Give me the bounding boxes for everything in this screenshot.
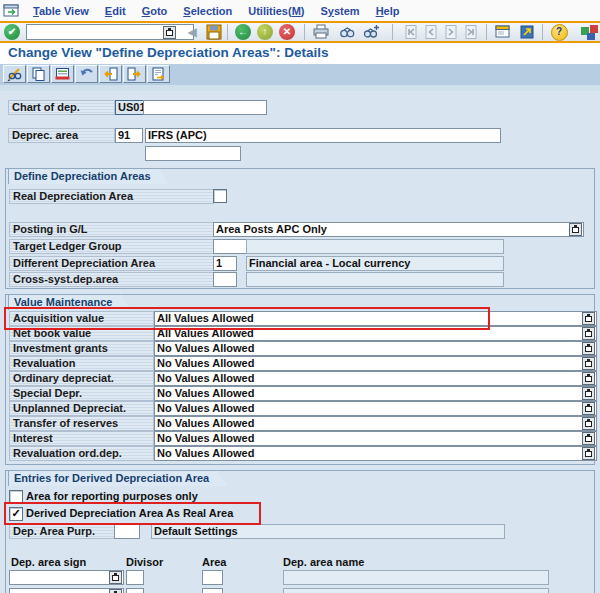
dropdown-icon[interactable] [582,417,595,430]
menu-utilities[interactable]: Utilities(M) [240,5,312,17]
transfer-of-reserves-label: Transfer of reserves [9,416,154,431]
derived-as-real-checkbox[interactable]: ✓ [9,507,23,521]
find-button[interactable] [338,23,356,41]
glasses-pencil-icon [6,66,23,82]
dropdown-icon[interactable] [582,372,595,385]
revaluation-ord-dep-label: Revaluation ord.dep. [9,446,154,461]
chart-of-dep-field[interactable]: US01 [115,100,145,115]
enter-button[interactable]: ✔ [3,23,21,41]
toolbar-separator [486,24,487,40]
dep-area-purp-label: Dep. Area Purp. [9,524,116,539]
target-ledger-group-field[interactable] [213,239,247,254]
divisor-field[interactable] [126,570,144,585]
previous-entry-button[interactable] [99,65,122,83]
dep-area-sign-combo[interactable] [9,588,124,593]
command-field-wrap [26,24,178,40]
binoculars-plus-icon [362,23,380,41]
dep-area-purp-field[interactable] [114,524,140,539]
posting-in-gl-label: Posting in G/L [9,222,214,237]
toolbar-separator [304,24,305,40]
dropdown-icon[interactable] [582,447,595,460]
menu-system[interactable]: System [312,5,367,17]
dropdown-icon[interactable] [582,432,595,445]
acquisition-value-combo[interactable]: All Values Allowed [154,311,597,326]
acquisition-value-label: Acquisition value [9,311,154,326]
column-header-dep-area-name: Dep. area name [283,556,364,568]
create-shortcut-button[interactable] [518,23,536,41]
last-page-button[interactable] [462,23,480,41]
menu-selection[interactable]: Selection [175,5,240,17]
dropdown-icon[interactable] [582,342,595,355]
save-button[interactable] [205,23,223,41]
dropdown-icon[interactable] [109,571,122,584]
real-depreciation-area-label: Real Depreciation Area [9,189,214,204]
next-entry-button[interactable] [123,65,146,83]
toggle-display-change-button[interactable] [3,65,26,83]
cancel-button[interactable]: ✕ [278,23,296,41]
binoculars-icon [338,23,356,41]
posting-in-gl-combo[interactable]: Area Posts APC Only [213,222,584,237]
dep-area-sign-combo[interactable] [9,570,124,585]
other-entry-icon [150,66,167,82]
find-next-button[interactable] [362,23,380,41]
dropdown-icon[interactable] [569,223,582,236]
cross-syst-dep-area-label: Cross-syst.dep.area [9,272,214,287]
dropdown-icon[interactable] [109,589,122,593]
net-book-value-combo[interactable]: All Values Allowed [154,326,597,341]
customize-layout-button[interactable] [580,23,600,41]
application-toolbar [0,64,600,85]
undo-button[interactable] [75,65,98,83]
dropdown-icon[interactable] [582,327,595,340]
enter-key-button[interactable]: ◀ [183,23,201,41]
new-session-button[interactable] [494,23,512,41]
investment-grants-combo[interactable]: No Values Allowed [154,341,597,356]
command-dropdown-icon[interactable] [163,26,176,39]
derived-depreciation-area-group: Entries for Derived Depreciation Area Ar… [5,470,595,593]
unplanned-depreciat-combo[interactable]: No Values Allowed [154,401,597,416]
exit-button[interactable]: ↑ [256,23,274,41]
menu-goto[interactable]: Goto [134,5,176,17]
area-field[interactable] [202,570,223,585]
revaluation-ord-dep-combo[interactable]: No Values Allowed [154,446,597,461]
area-field[interactable] [202,588,223,593]
revaluation-label: Revaluation [9,356,154,371]
other-entry-button[interactable] [147,65,170,83]
menu-table-view[interactable]: Table View [25,5,97,17]
deprec-area-extra-field[interactable] [145,146,241,161]
cross-syst-dep-area-field[interactable] [213,272,237,287]
help-question-icon: ? [551,24,568,41]
different-depreciation-area-field[interactable]: 1 [213,256,237,271]
copy-pages-icon [30,66,47,82]
chart-of-dep-description-field[interactable] [143,100,267,115]
menu-help[interactable]: Help [368,5,408,17]
dropdown-icon[interactable] [582,357,595,370]
delete-entry-button[interactable] [51,65,74,83]
standard-toolbar: ✔ ◀ ← ↑ ✕ [0,23,600,41]
dropdown-icon[interactable] [582,402,595,415]
unplanned-depreciat-label: Unplanned Depreciat. [9,401,154,416]
next-entry-icon [126,66,143,82]
area-for-reporting-checkbox[interactable] [9,490,23,504]
new-session-window-icon [494,23,512,41]
copy-entry-button[interactable] [27,65,50,83]
previous-page-button[interactable] [422,23,440,41]
next-page-button[interactable] [442,23,460,41]
special-depr-combo[interactable]: No Values Allowed [154,386,597,401]
first-page-button[interactable] [402,23,420,41]
dropdown-icon[interactable] [582,312,595,325]
deprec-area-field[interactable]: 91 [115,128,143,143]
column-header-area: Area [202,556,226,568]
help-button[interactable]: ? [550,23,568,41]
deprec-area-description-field[interactable]: IFRS (APC) [145,128,501,143]
ordinary-depreciat-combo[interactable]: No Values Allowed [154,371,597,386]
back-button[interactable]: ← [234,23,252,41]
dropdown-icon[interactable] [582,387,595,400]
area-for-reporting-label: Area for reporting purposes only [26,490,198,502]
real-depreciation-area-checkbox[interactable] [213,189,227,203]
revaluation-combo[interactable]: No Values Allowed [154,356,597,371]
transfer-of-reserves-combo[interactable]: No Values Allowed [154,416,597,431]
interest-combo[interactable]: No Values Allowed [154,431,597,446]
divisor-field[interactable] [126,588,144,593]
print-button[interactable] [312,23,330,41]
menu-edit[interactable]: Edit [97,5,134,17]
